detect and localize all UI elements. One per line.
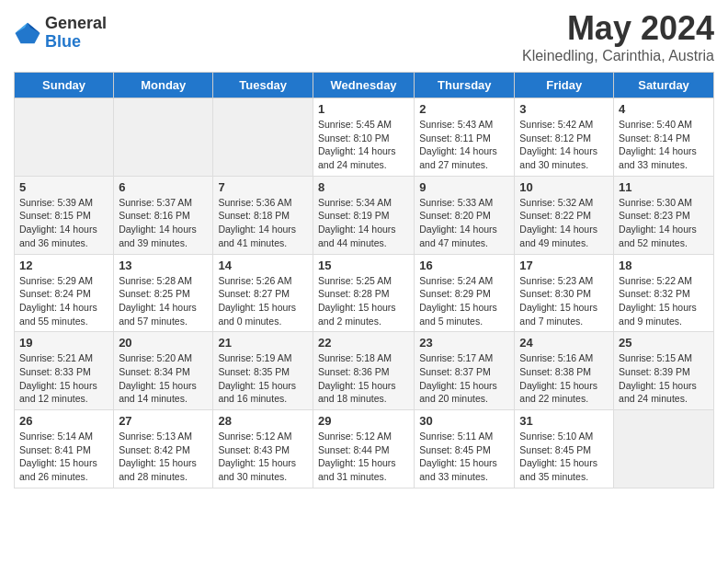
day-number: 23 <box>419 336 509 350</box>
calendar-table: SundayMondayTuesdayWednesdayThursdayFrid… <box>14 72 714 488</box>
header: General Blue May 2024 Kleinedling, Carin… <box>14 9 714 64</box>
day-info: Sunrise: 5:11 AM Sunset: 8:45 PM Dayligh… <box>419 430 509 484</box>
day-info: Sunrise: 5:39 AM Sunset: 8:15 PM Dayligh… <box>19 196 108 250</box>
weekday-header-wednesday: Wednesday <box>313 73 414 98</box>
day-number: 20 <box>119 336 208 350</box>
day-number: 28 <box>218 414 308 428</box>
weekday-header-sunday: Sunday <box>15 73 114 98</box>
calendar-cell: 3Sunrise: 5:42 AM Sunset: 8:12 PM Daylig… <box>515 98 614 177</box>
calendar-cell: 2Sunrise: 5:43 AM Sunset: 8:11 PM Daylig… <box>415 98 515 177</box>
day-info: Sunrise: 5:14 AM Sunset: 8:41 PM Dayligh… <box>19 430 108 484</box>
day-info: Sunrise: 5:45 AM Sunset: 8:10 PM Dayligh… <box>318 118 409 172</box>
day-number: 1 <box>318 102 409 116</box>
day-info: Sunrise: 5:13 AM Sunset: 8:42 PM Dayligh… <box>119 430 208 484</box>
calendar-cell: 22Sunrise: 5:18 AM Sunset: 8:36 PM Dayli… <box>313 332 414 410</box>
weekday-header-friday: Friday <box>515 73 614 98</box>
day-number: 5 <box>19 180 108 194</box>
day-number: 29 <box>318 414 409 428</box>
svg-marker-0 <box>16 23 40 44</box>
day-info: Sunrise: 5:33 AM Sunset: 8:20 PM Dayligh… <box>419 196 509 250</box>
calendar-week-row: 1Sunrise: 5:45 AM Sunset: 8:10 PM Daylig… <box>15 98 714 177</box>
day-info: Sunrise: 5:34 AM Sunset: 8:19 PM Dayligh… <box>318 196 409 250</box>
day-info: Sunrise: 5:43 AM Sunset: 8:11 PM Dayligh… <box>419 118 509 172</box>
day-info: Sunrise: 5:12 AM Sunset: 8:43 PM Dayligh… <box>218 430 308 484</box>
calendar-week-row: 26Sunrise: 5:14 AM Sunset: 8:41 PM Dayli… <box>15 410 714 488</box>
day-info: Sunrise: 5:26 AM Sunset: 8:27 PM Dayligh… <box>218 274 308 328</box>
calendar-cell <box>614 410 714 488</box>
calendar-cell: 8Sunrise: 5:34 AM Sunset: 8:19 PM Daylig… <box>313 176 414 254</box>
day-number: 26 <box>19 414 108 428</box>
day-number: 9 <box>419 180 509 194</box>
day-number: 31 <box>519 414 609 428</box>
calendar-cell: 27Sunrise: 5:13 AM Sunset: 8:42 PM Dayli… <box>114 410 213 488</box>
calendar-cell: 28Sunrise: 5:12 AM Sunset: 8:43 PM Dayli… <box>213 410 313 488</box>
calendar-cell: 1Sunrise: 5:45 AM Sunset: 8:10 PM Daylig… <box>313 98 414 177</box>
calendar-week-row: 12Sunrise: 5:29 AM Sunset: 8:24 PM Dayli… <box>15 254 714 332</box>
calendar-cell: 13Sunrise: 5:28 AM Sunset: 8:25 PM Dayli… <box>114 254 213 332</box>
logo-text: General Blue <box>45 15 107 52</box>
day-number: 3 <box>519 102 609 116</box>
day-number: 15 <box>318 259 409 272</box>
calendar-cell: 4Sunrise: 5:40 AM Sunset: 8:14 PM Daylig… <box>614 98 714 177</box>
calendar-cell: 18Sunrise: 5:22 AM Sunset: 8:32 PM Dayli… <box>614 254 714 332</box>
title-area: May 2024 Kleinedling, Carinthia, Austria <box>522 9 714 64</box>
day-info: Sunrise: 5:28 AM Sunset: 8:25 PM Dayligh… <box>119 274 208 328</box>
logo-icon <box>14 19 41 47</box>
calendar-cell: 26Sunrise: 5:14 AM Sunset: 8:41 PM Dayli… <box>15 410 114 488</box>
calendar-cell: 11Sunrise: 5:30 AM Sunset: 8:23 PM Dayli… <box>614 176 714 254</box>
calendar-cell: 21Sunrise: 5:19 AM Sunset: 8:35 PM Dayli… <box>213 332 313 410</box>
calendar-cell: 30Sunrise: 5:11 AM Sunset: 8:45 PM Dayli… <box>415 410 515 488</box>
calendar-cell: 20Sunrise: 5:20 AM Sunset: 8:34 PM Dayli… <box>114 332 213 410</box>
day-number: 7 <box>218 180 308 194</box>
calendar-body: 1Sunrise: 5:45 AM Sunset: 8:10 PM Daylig… <box>15 98 714 488</box>
day-number: 16 <box>419 259 509 272</box>
day-info: Sunrise: 5:21 AM Sunset: 8:33 PM Dayligh… <box>19 351 108 406</box>
calendar-cell: 7Sunrise: 5:36 AM Sunset: 8:18 PM Daylig… <box>213 176 313 254</box>
weekday-header-monday: Monday <box>114 73 213 98</box>
weekday-header-row: SundayMondayTuesdayWednesdayThursdayFrid… <box>15 73 714 98</box>
day-number: 18 <box>619 259 709 272</box>
day-info: Sunrise: 5:18 AM Sunset: 8:36 PM Dayligh… <box>318 351 409 406</box>
main-title: May 2024 <box>522 9 714 48</box>
day-info: Sunrise: 5:17 AM Sunset: 8:37 PM Dayligh… <box>419 351 509 406</box>
day-info: Sunrise: 5:22 AM Sunset: 8:32 PM Dayligh… <box>619 274 709 328</box>
day-number: 8 <box>318 180 409 194</box>
day-number: 4 <box>619 102 709 116</box>
day-info: Sunrise: 5:25 AM Sunset: 8:28 PM Dayligh… <box>318 274 409 328</box>
day-number: 13 <box>119 259 208 272</box>
day-info: Sunrise: 5:20 AM Sunset: 8:34 PM Dayligh… <box>119 351 208 406</box>
calendar-week-row: 5Sunrise: 5:39 AM Sunset: 8:15 PM Daylig… <box>15 176 714 254</box>
sub-title: Kleinedling, Carinthia, Austria <box>522 48 714 64</box>
calendar-cell: 5Sunrise: 5:39 AM Sunset: 8:15 PM Daylig… <box>15 176 114 254</box>
calendar-cell: 12Sunrise: 5:29 AM Sunset: 8:24 PM Dayli… <box>15 254 114 332</box>
calendar-cell: 23Sunrise: 5:17 AM Sunset: 8:37 PM Dayli… <box>415 332 515 410</box>
day-number: 25 <box>619 336 709 350</box>
day-number: 22 <box>318 336 409 350</box>
day-info: Sunrise: 5:10 AM Sunset: 8:45 PM Dayligh… <box>519 430 609 484</box>
day-info: Sunrise: 5:29 AM Sunset: 8:24 PM Dayligh… <box>19 274 108 328</box>
day-number: 30 <box>419 414 509 428</box>
day-info: Sunrise: 5:42 AM Sunset: 8:12 PM Dayligh… <box>519 118 609 172</box>
calendar-cell: 17Sunrise: 5:23 AM Sunset: 8:30 PM Dayli… <box>515 254 614 332</box>
day-info: Sunrise: 5:32 AM Sunset: 8:22 PM Dayligh… <box>519 196 609 250</box>
calendar-cell: 9Sunrise: 5:33 AM Sunset: 8:20 PM Daylig… <box>415 176 515 254</box>
day-info: Sunrise: 5:15 AM Sunset: 8:39 PM Dayligh… <box>619 351 709 406</box>
calendar-cell <box>213 98 313 177</box>
calendar-week-row: 19Sunrise: 5:21 AM Sunset: 8:33 PM Dayli… <box>15 332 714 410</box>
calendar-cell: 29Sunrise: 5:12 AM Sunset: 8:44 PM Dayli… <box>313 410 414 488</box>
day-info: Sunrise: 5:37 AM Sunset: 8:16 PM Dayligh… <box>119 196 208 250</box>
day-info: Sunrise: 5:36 AM Sunset: 8:18 PM Dayligh… <box>218 196 308 250</box>
day-info: Sunrise: 5:12 AM Sunset: 8:44 PM Dayligh… <box>318 430 409 484</box>
calendar-cell: 14Sunrise: 5:26 AM Sunset: 8:27 PM Dayli… <box>213 254 313 332</box>
calendar-cell: 15Sunrise: 5:25 AM Sunset: 8:28 PM Dayli… <box>313 254 414 332</box>
calendar-cell: 19Sunrise: 5:21 AM Sunset: 8:33 PM Dayli… <box>15 332 114 410</box>
day-number: 11 <box>619 180 709 194</box>
calendar-cell <box>15 98 114 177</box>
calendar-cell: 16Sunrise: 5:24 AM Sunset: 8:29 PM Dayli… <box>415 254 515 332</box>
day-number: 21 <box>218 336 308 350</box>
day-info: Sunrise: 5:16 AM Sunset: 8:38 PM Dayligh… <box>519 351 609 406</box>
day-info: Sunrise: 5:24 AM Sunset: 8:29 PM Dayligh… <box>419 274 509 328</box>
weekday-header-thursday: Thursday <box>415 73 515 98</box>
weekday-header-saturday: Saturday <box>614 73 714 98</box>
day-info: Sunrise: 5:40 AM Sunset: 8:14 PM Dayligh… <box>619 118 709 172</box>
